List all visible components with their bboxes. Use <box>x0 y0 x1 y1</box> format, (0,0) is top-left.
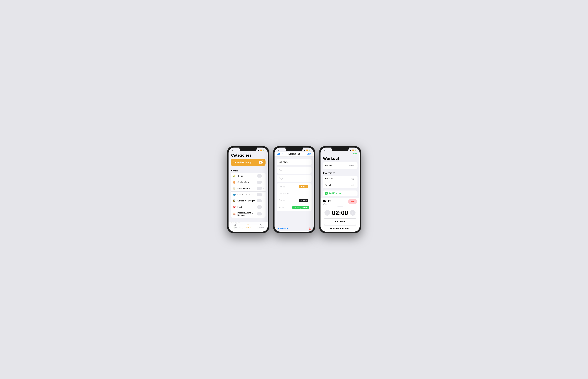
fish-chevron: › <box>263 193 264 196</box>
notch-2 <box>285 147 303 151</box>
tab-bar-1: ⊡ Scanner ≡ Categories ⚙ Settings <box>229 222 268 232</box>
tags-field[interactable]: Tags › <box>277 175 311 182</box>
scanner-label: Scanner <box>232 227 237 228</box>
gluten-chevron: › <box>263 175 264 177</box>
tab-settings[interactable]: ⚙ Settings <box>259 223 264 228</box>
timer-display: − 02:00 + <box>323 208 357 218</box>
fish-icon: 🐟 <box>232 193 236 196</box>
vegan-list: 🌾 Gluten › 🥚 Chicken Egg › 🥛 Dairy produ… <box>231 173 265 218</box>
home-indicator-3 <box>333 229 347 229</box>
priority-field[interactable]: Priority ⚑ High › <box>277 183 311 190</box>
status-time-3: 8:17 <box>324 149 327 152</box>
chicken-egg-toggle[interactable] <box>257 181 262 184</box>
meat-label: Meat <box>237 206 257 208</box>
list-item-dairy[interactable]: 🥛 Dairy products › <box>231 185 265 191</box>
comments-label: Comments <box>279 192 293 195</box>
start-timer-button[interactable]: Start Timer <box>323 218 357 225</box>
chicken-egg-chevron: › <box>263 181 264 183</box>
tab-scanner[interactable]: ⊡ Scanner <box>232 223 237 228</box>
timer-increase-button[interactable]: + <box>350 210 356 216</box>
project-field[interactable]: Project 🗂 Daily To-Dos <box>277 204 311 211</box>
list-item-non-vegan[interactable]: 🐝 General Non-Vegan › <box>231 198 265 204</box>
meat-chevron: › <box>263 206 264 208</box>
phone3-screen: 8:17 📶 🔋 Edit Workout <box>321 147 360 232</box>
meat-icon: 🥩 <box>232 205 236 209</box>
routine-row[interactable]: Routine None › <box>323 162 357 169</box>
dairy-icon: 🥛 <box>232 187 236 190</box>
phone1: 8:17 📶 🔋 Categories Cre <box>227 146 269 233</box>
create-group-button[interactable]: Create New Group <box>231 159 265 166</box>
modify-fields-button[interactable]: Modify fields <box>277 227 288 230</box>
timer-label: Workout <box>323 203 331 205</box>
list-item-gluten[interactable]: 🌾 Gluten › <box>231 173 265 179</box>
end-button[interactable]: End <box>348 199 357 204</box>
list-item-chicken-egg[interactable]: 🥚 Chicken Egg › <box>231 179 265 185</box>
signal-icon-1 <box>257 150 259 151</box>
list-item-fish[interactable]: 🐟 Fish and Shellfish › <box>231 191 265 198</box>
comments-count: 0 <box>307 192 308 195</box>
list-item-animal-enumbers[interactable]: 🐷 Possible Animal E-Numbers › <box>231 210 265 218</box>
settings-label: Settings <box>259 227 264 228</box>
list-item-meat[interactable]: 🥩 Meat › <box>231 204 265 210</box>
enable-notifications-button[interactable]: Enable Notifications <box>323 225 357 232</box>
dairy-toggle[interactable] <box>257 187 262 190</box>
notch <box>239 147 257 151</box>
phone1-screen: 8:17 📶 🔋 Categories Cre <box>229 147 268 232</box>
phone1-content: Categories Create New Group Vegan <box>229 152 268 232</box>
task-name-group: Call Mom <box>277 159 311 165</box>
wifi-icon-2: 📶 <box>306 150 308 151</box>
status-label: Status <box>279 199 289 202</box>
categories-icon: ≡ <box>247 223 249 226</box>
add-exercises-row[interactable]: + Add Exercises <box>323 190 357 196</box>
wifi-icon-1: 📶 <box>260 150 262 151</box>
tags-chevron: › <box>309 177 309 179</box>
chicken-egg-icon: 🥚 <box>232 181 236 184</box>
home-indicator-2 <box>287 229 301 229</box>
phone2-screen: 8:17 📶 🔋 Cancel Editing task Save <box>275 147 314 232</box>
phone2: 8:17 📶 🔋 Cancel Editing task Save <box>273 146 315 233</box>
chicken-egg-label: Chicken Egg <box>237 181 257 183</box>
gluten-toggle[interactable] <box>257 174 262 177</box>
priority-badge: ⚑ High <box>299 185 308 188</box>
timer-current: 02:13 Workout End <box>323 199 357 206</box>
delete-button[interactable]: 🗑 <box>309 227 311 230</box>
details-group: Priority ⚑ High › Comments 0 › <box>277 183 311 211</box>
crunch-row[interactable]: Crunch 0/1 › <box>323 182 357 188</box>
crunch-chevron: › <box>355 184 356 186</box>
timer-decrease-button[interactable]: − <box>325 210 330 216</box>
editing-footer: Modify fields 🗑 <box>275 225 314 232</box>
project-badge-icon: 🗂 <box>294 206 296 209</box>
box-jump-row[interactable]: Box Jump 0/1 › <box>323 176 357 182</box>
comments-chevron: › <box>309 192 309 195</box>
status-value: Todo <box>302 199 307 202</box>
meat-toggle[interactable] <box>257 205 262 209</box>
comments-field[interactable]: Comments 0 › <box>277 190 311 197</box>
animal-enumbers-toggle[interactable] <box>257 212 262 216</box>
workout-content: Workout Routine None › Exercises Box Jum… <box>321 156 360 232</box>
priority-chevron: › <box>309 186 309 188</box>
status-icons-2: 📶 🔋 <box>303 150 310 151</box>
categories-header: Categories <box>229 152 268 159</box>
gluten-icon: 🌾 <box>232 174 236 177</box>
tags-group: Tags › <box>277 175 311 182</box>
status-icons-1: 📶 🔋 <box>257 150 264 151</box>
non-vegan-toggle[interactable] <box>257 199 262 202</box>
fish-toggle[interactable] <box>257 193 262 196</box>
tab-categories[interactable]: ≡ Categories <box>245 223 251 228</box>
gluten-label: Gluten <box>237 175 257 177</box>
exercises-section: Box Jump 0/1 › Crunch 0/1 › <box>323 176 357 188</box>
status-field[interactable]: Status Todo › <box>277 197 311 204</box>
create-group-icon <box>260 161 263 164</box>
battery-icon-2: 🔋 <box>309 150 310 151</box>
save-button[interactable]: Save <box>307 153 311 155</box>
cancel-button[interactable]: Cancel <box>277 153 283 155</box>
status-badge: Todo <box>299 199 308 202</box>
box-jump-count: 0/1 <box>351 178 354 180</box>
workout-title: Workout <box>321 156 360 162</box>
vegan-section-title: Vegan <box>229 168 268 173</box>
non-vegan-label: General Non-Vegan <box>237 200 257 202</box>
task-name-field[interactable]: Call Mom <box>277 159 311 165</box>
edit-button[interactable]: Edit <box>353 153 357 155</box>
phones-container: 8:17 📶 🔋 Categories Cre <box>227 146 361 233</box>
due-field[interactable]: Due <box>277 167 311 174</box>
